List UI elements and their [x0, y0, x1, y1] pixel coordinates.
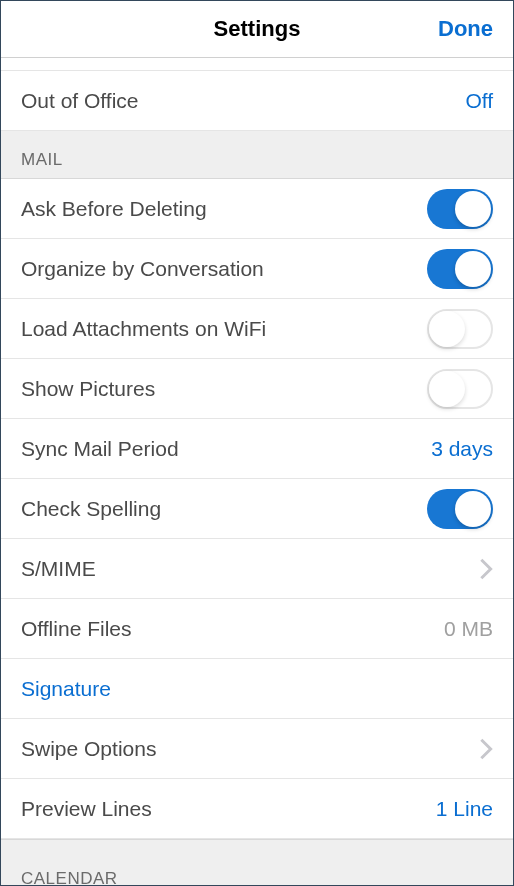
done-button[interactable]: Done	[438, 16, 493, 42]
swipe-options-row[interactable]: Swipe Options	[1, 719, 513, 779]
show-pictures-label: Show Pictures	[21, 377, 155, 401]
toggle-knob	[429, 311, 465, 347]
smime-label: S/MIME	[21, 557, 96, 581]
out-of-office-label: Out of Office	[21, 89, 139, 113]
load-attachments-row: Load Attachments on WiFi	[1, 299, 513, 359]
ask-before-deleting-row: Ask Before Deleting	[1, 179, 513, 239]
signature-label: Signature	[21, 677, 111, 701]
page-title: Settings	[214, 16, 301, 42]
toggle-knob	[455, 251, 491, 287]
toggle-knob	[429, 371, 465, 407]
swipe-options-label: Swipe Options	[21, 737, 156, 761]
mail-section-label: MAIL	[21, 150, 63, 170]
check-spelling-row: Check Spelling	[1, 479, 513, 539]
ask-before-deleting-toggle[interactable]	[427, 189, 493, 229]
toggle-knob	[455, 191, 491, 227]
calendar-section-label: CALENDAR	[21, 869, 118, 886]
offline-files-label: Offline Files	[21, 617, 132, 641]
organize-by-conversation-toggle[interactable]	[427, 249, 493, 289]
load-attachments-toggle[interactable]	[427, 309, 493, 349]
offline-files-value: 0 MB	[444, 617, 493, 641]
signature-row[interactable]: Signature	[1, 659, 513, 719]
chevron-right-icon	[479, 557, 493, 581]
preview-lines-value: 1 Line	[436, 797, 493, 821]
ask-before-deleting-label: Ask Before Deleting	[21, 197, 207, 221]
smime-row[interactable]: S/MIME	[1, 539, 513, 599]
preview-lines-label: Preview Lines	[21, 797, 152, 821]
preview-lines-row[interactable]: Preview Lines 1 Line	[1, 779, 513, 839]
load-attachments-label: Load Attachments on WiFi	[21, 317, 266, 341]
sync-mail-period-label: Sync Mail Period	[21, 437, 179, 461]
out-of-office-row[interactable]: Out of Office Off	[1, 71, 513, 131]
organize-by-conversation-row: Organize by Conversation	[1, 239, 513, 299]
show-pictures-toggle[interactable]	[427, 369, 493, 409]
sync-mail-period-value: 3 days	[431, 437, 493, 461]
offline-files-row[interactable]: Offline Files 0 MB	[1, 599, 513, 659]
calendar-section-header: CALENDAR	[1, 839, 513, 886]
chevron-right-icon	[479, 737, 493, 761]
check-spelling-toggle[interactable]	[427, 489, 493, 529]
show-pictures-row: Show Pictures	[1, 359, 513, 419]
top-gap	[1, 58, 513, 71]
check-spelling-label: Check Spelling	[21, 497, 161, 521]
mail-section-header: MAIL	[1, 131, 513, 179]
organize-by-conversation-label: Organize by Conversation	[21, 257, 264, 281]
out-of-office-value: Off	[465, 89, 493, 113]
sync-mail-period-row[interactable]: Sync Mail Period 3 days	[1, 419, 513, 479]
toggle-knob	[455, 491, 491, 527]
header: Settings Done	[1, 1, 513, 58]
